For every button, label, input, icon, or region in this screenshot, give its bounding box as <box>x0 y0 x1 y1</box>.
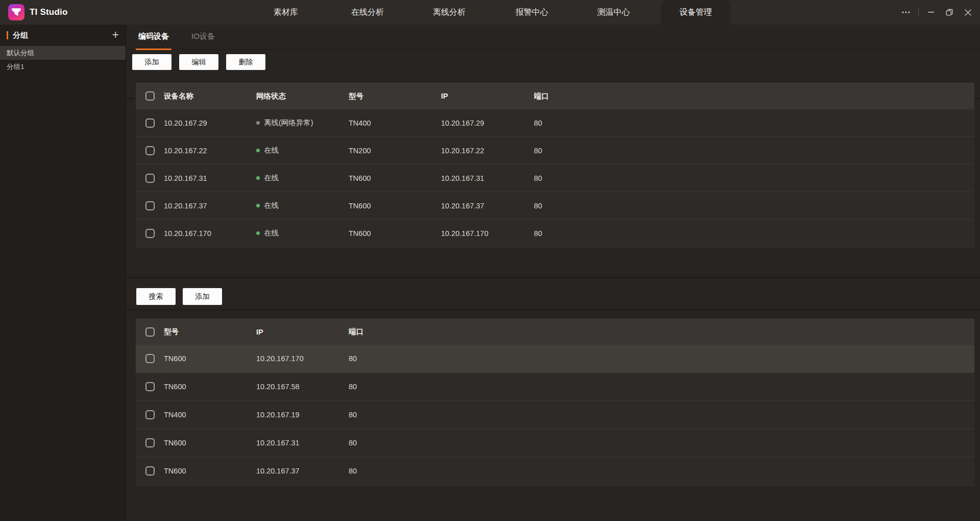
column-header: 型号 <box>349 91 441 101</box>
nav-tab-4[interactable]: 报警中心 <box>497 0 567 25</box>
checkbox[interactable] <box>145 354 155 363</box>
app-title: TI Studio <box>30 0 68 25</box>
checkbox[interactable] <box>145 229 155 238</box>
column-header: 设备名称 <box>164 91 256 101</box>
table-row[interactable]: TN40010.20.167.1980 <box>136 401 974 429</box>
port-cell: 80 <box>534 119 974 127</box>
select-all-checkbox[interactable] <box>136 327 164 337</box>
row-checkbox[interactable] <box>136 382 164 391</box>
table-row[interactable]: 10.20.167.29离线(网络异常)TN40010.20.167.2980 <box>136 109 974 137</box>
column-header: IP <box>441 92 534 100</box>
checkbox[interactable] <box>145 466 155 476</box>
device-table: 设备名称网络状态型号IP端口10.20.167.29离线(网络异常)TN4001… <box>136 83 974 247</box>
table-row[interactable]: TN60010.20.167.17080 <box>136 345 974 373</box>
table-row[interactable]: 10.20.167.31在线TN60010.20.167.3180 <box>136 164 974 192</box>
ip-cell: 10.20.167.19 <box>256 411 349 419</box>
port-cell: 80 <box>534 229 974 238</box>
row-checkbox[interactable] <box>136 466 164 476</box>
row-checkbox[interactable] <box>136 229 164 238</box>
device-toolbar: 添加 编辑 删除 <box>132 54 265 70</box>
checkbox[interactable] <box>145 91 155 101</box>
group-list: 默认分组分组1 <box>0 46 126 74</box>
nav-tab-5[interactable]: 测温中心 <box>579 0 648 25</box>
edit-device-button[interactable]: 编辑 <box>179 54 218 70</box>
port-cell: 80 <box>349 383 974 391</box>
ip-cell: 10.20.167.58 <box>256 383 349 391</box>
more-icon[interactable] <box>897 0 915 25</box>
nav-tab-6[interactable]: 设备管理 <box>661 0 730 25</box>
device-name-cell: 10.20.167.29 <box>164 119 256 127</box>
window-controls <box>897 0 977 25</box>
model-cell: TN600 <box>349 202 441 210</box>
model-cell: TN600 <box>164 467 256 475</box>
add-found-device-button[interactable]: 添加 <box>183 288 222 305</box>
minimize-button[interactable] <box>922 0 940 25</box>
nav-tab-3[interactable]: 离线分析 <box>414 0 484 25</box>
group-sidebar: 分组 + 默认分组分组1 <box>0 25 126 521</box>
nav-tab-1[interactable]: 素材库 <box>255 0 316 25</box>
model-cell: TN600 <box>349 229 441 238</box>
group-accent-bar <box>7 31 8 39</box>
group-item-2[interactable]: 分组1 <box>0 60 126 74</box>
row-checkbox[interactable] <box>136 438 164 447</box>
row-checkbox[interactable] <box>136 119 164 128</box>
table-row[interactable]: TN60010.20.167.5880 <box>136 373 974 401</box>
add-device-button[interactable]: 添加 <box>132 54 172 70</box>
network-status-cell: 离线(网络异常) <box>256 118 349 128</box>
table-row[interactable]: TN60010.20.167.3180 <box>136 429 974 457</box>
checkbox[interactable] <box>145 174 155 183</box>
port-cell: 80 <box>349 411 974 419</box>
row-checkbox[interactable] <box>136 410 164 419</box>
add-group-button[interactable]: + <box>112 29 119 41</box>
network-status-cell: 在线 <box>256 173 349 183</box>
network-status-cell: 在线 <box>256 228 349 238</box>
online-status-icon <box>256 231 260 235</box>
table-row[interactable]: 10.20.167.170在线TN60010.20.167.17080 <box>136 220 974 247</box>
ip-cell: 10.20.167.170 <box>441 229 534 238</box>
checkbox[interactable] <box>145 146 155 155</box>
column-header: IP <box>256 328 349 336</box>
titlebar-divider <box>918 8 919 17</box>
search-result-table: 型号IP端口TN60010.20.167.17080TN60010.20.167… <box>136 319 974 485</box>
row-checkbox[interactable] <box>136 174 164 183</box>
table-row[interactable]: 10.20.167.22在线TN20010.20.167.2280 <box>136 137 974 164</box>
ip-cell: 10.20.167.37 <box>441 202 534 210</box>
ip-cell: 10.20.167.31 <box>256 439 349 447</box>
row-checkbox[interactable] <box>136 201 164 210</box>
ip-cell: 10.20.167.37 <box>256 467 349 475</box>
column-header: 网络状态 <box>256 91 349 101</box>
checkbox[interactable] <box>145 327 155 337</box>
device-name-cell: 10.20.167.22 <box>164 147 256 155</box>
select-all-checkbox[interactable] <box>136 91 164 101</box>
nav-tab-2[interactable]: 在线分析 <box>333 0 402 25</box>
checkbox[interactable] <box>145 201 155 210</box>
maximize-button[interactable] <box>940 0 959 25</box>
model-cell: TN200 <box>349 147 441 155</box>
row-checkbox[interactable] <box>136 146 164 155</box>
app-logo-icon <box>8 4 24 20</box>
model-cell: TN600 <box>349 174 441 182</box>
device-type-tabstrip: 编码设备 IO设备 <box>127 25 980 50</box>
group-item-1[interactable]: 默认分组 <box>0 46 126 60</box>
port-cell: 80 <box>534 147 974 155</box>
tab-coded-devices[interactable]: 编码设备 <box>136 25 172 50</box>
row-checkbox[interactable] <box>136 354 164 363</box>
network-status-cell: 在线 <box>256 201 349 210</box>
checkbox[interactable] <box>145 119 155 128</box>
close-button[interactable] <box>959 0 977 25</box>
table-row[interactable]: TN60010.20.167.3780 <box>136 457 974 485</box>
device-name-cell: 10.20.167.37 <box>164 202 256 210</box>
group-panel-header: 分组 + <box>0 25 126 46</box>
tab-io-devices[interactable]: IO设备 <box>189 25 217 50</box>
device-management-page: 编码设备 IO设备 添加 编辑 删除 设备名称网络状态型号IP端口10.20.1… <box>127 25 980 521</box>
table-row[interactable]: 10.20.167.37在线TN60010.20.167.3780 <box>136 192 974 220</box>
delete-device-button[interactable]: 删除 <box>226 54 265 70</box>
port-cell: 80 <box>534 174 974 182</box>
checkbox[interactable] <box>145 410 155 419</box>
checkbox[interactable] <box>145 382 155 391</box>
device-name-cell: 10.20.167.31 <box>164 174 256 182</box>
offline-status-icon <box>256 121 260 125</box>
checkbox[interactable] <box>145 438 155 447</box>
search-button[interactable]: 搜索 <box>136 288 176 305</box>
group-panel-title: 分组 <box>13 31 28 40</box>
